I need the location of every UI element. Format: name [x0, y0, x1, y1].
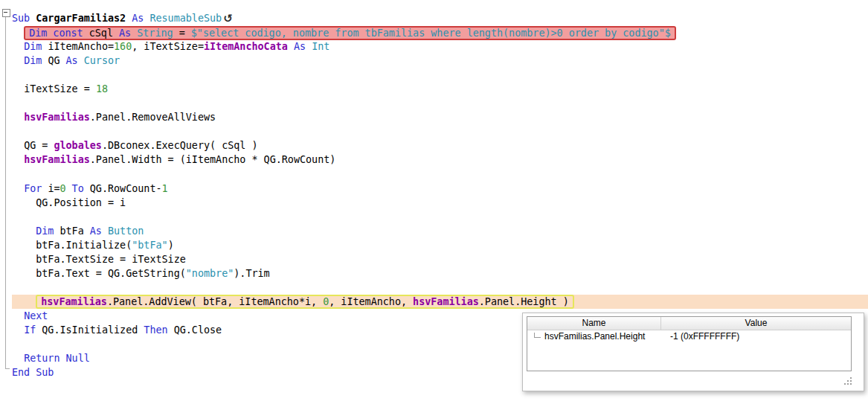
code-token: If — [24, 324, 42, 336]
watch-popup: Name Value hsvFamilias.Panel.Height-1 (0… — [522, 313, 864, 391]
code-token: globales — [54, 140, 102, 151]
fold-guide-end — [5, 368, 10, 369]
column-header-name[interactable]: Name — [527, 317, 661, 330]
code-token: Int — [312, 41, 329, 52]
code-token: QG.RowCount- — [90, 183, 162, 194]
watch-table-header: Name Value — [527, 317, 851, 330]
code-token: As — [84, 225, 108, 237]
code-line[interactable]: hsvFamilias.Panel.AddView( btFa, iItemAn… — [12, 295, 868, 309]
code-line[interactable]: Dim btFa As Button — [12, 224, 868, 238]
fold-collapse-icon[interactable] — [2, 9, 10, 17]
code-token: Dim const — [29, 28, 89, 39]
code-token: As — [113, 28, 137, 39]
code-token: CargarFamilias2 — [36, 13, 126, 24]
code-token: ) — [168, 240, 174, 251]
code-token: As — [60, 55, 84, 66]
code-token: 18 — [96, 83, 108, 95]
code-line[interactable] — [12, 281, 868, 295]
code-token: Then — [138, 324, 173, 336]
code-token: .Panel.AddView( btFa, iItemAncho*i, — [107, 296, 323, 307]
code-token: iItemAnchoCata — [204, 41, 288, 52]
code-line[interactable]: btFa.Initialize("btFa") — [12, 238, 868, 252]
code-token: Dim — [36, 225, 60, 237]
code-token: As — [126, 13, 150, 24]
code-token: ).Trim — [234, 268, 269, 279]
code-token: i= — [48, 183, 60, 194]
code-token: btFa.Initialize( — [36, 240, 132, 251]
code-line[interactable]: QG.Position = i — [12, 196, 868, 210]
code-line[interactable]: hsvFamilias.Panel.Width = (iItemAncho * … — [12, 153, 868, 167]
code-token: 160 — [114, 41, 132, 52]
error-highlight-box: Dim const cSql As String = $"select codi… — [24, 26, 676, 40]
code-line[interactable]: QG = globales.DBconex.ExecQuery( cSql ) — [12, 138, 868, 153]
code-token: For — [24, 183, 48, 194]
code-line[interactable]: btFa.Text = QG.GetString("nombre").Trim — [12, 266, 868, 281]
code-token: cSql — [89, 28, 113, 39]
code-line[interactable] — [12, 210, 868, 224]
code-token: iTextSize = — [24, 83, 96, 95]
code-line[interactable] — [12, 124, 868, 138]
watch-row-name: hsvFamilias.Panel.Height — [527, 330, 666, 343]
code-token: .Panel.RemoveAllViews — [90, 112, 216, 123]
code-line[interactable]: iTextSize = 18 — [12, 82, 868, 96]
code-token: btFa.Text = QG.GetString( — [36, 268, 186, 279]
code-line[interactable]: btFa.TextSize = iTextSize — [12, 252, 868, 266]
code-token: btFa.TextSize = iTextSize — [36, 254, 186, 265]
code-token: = — [173, 28, 191, 39]
code-line[interactable]: Dim iItemAncho=160, iTextSize=iItemAncho… — [12, 39, 868, 54]
code-line[interactable]: hsvFamilias.Panel.RemoveAllViews — [12, 110, 868, 124]
code-token: Return Null — [24, 353, 90, 364]
code-line[interactable] — [12, 167, 868, 182]
code-token: End Sub — [12, 367, 54, 378]
code-token: As — [288, 41, 312, 52]
resumable-sub-icon: ↺ — [223, 12, 233, 25]
code-line[interactable]: For i=0 To QG.RowCount-1 — [12, 182, 868, 196]
column-header-value[interactable]: Value — [661, 317, 851, 330]
tree-branch-icon — [534, 333, 541, 338]
code-token: QG — [48, 55, 60, 66]
code-line[interactable]: Dim QG As Cursor — [12, 54, 868, 68]
code-token: Next — [24, 310, 48, 321]
watch-rows: hsvFamilias.Panel.Height-1 (0xFFFFFFFF) — [527, 330, 851, 343]
code-token: hsvFamilias — [24, 112, 90, 123]
resize-grip-icon[interactable] — [850, 383, 852, 385]
code-line[interactable]: Sub CargarFamilias2 As ResumableSub↺ — [12, 11, 868, 25]
code-token: QG = — [24, 140, 54, 151]
current-statement-box: hsvFamilias.Panel.AddView( btFa, iItemAn… — [36, 295, 573, 309]
code-token: iItemAncho= — [48, 41, 114, 52]
code-token: btFa — [60, 225, 84, 237]
code-token: hsvFamilias — [413, 296, 479, 307]
code-line[interactable]: Dim const cSql As String = $"select codi… — [12, 25, 868, 39]
code-token: , iItemAncho, — [329, 296, 413, 307]
code-token: hsvFamilias — [24, 154, 90, 165]
code-token: Dim — [24, 41, 48, 52]
code-editor: Sub CargarFamilias2 As ResumableSub↺ Dim… — [0, 0, 868, 410]
code-token: "nombre" — [186, 268, 234, 279]
watch-row-value: -1 (0xFFFFFFFF) — [666, 330, 851, 343]
code-token: 0 — [60, 183, 66, 194]
code-token: , iTextSize= — [132, 41, 204, 52]
code-line[interactable] — [12, 96, 868, 110]
code-token: hsvFamilias — [41, 296, 107, 307]
watch-row[interactable]: hsvFamilias.Panel.Height-1 (0xFFFFFFFF) — [527, 330, 851, 343]
code-token: Sub — [12, 13, 36, 24]
code-token: QG.Close — [174, 324, 222, 336]
watch-table: Name Value hsvFamilias.Panel.Height-1 (0… — [527, 316, 852, 371]
code-token: QG.IsInitialized — [42, 324, 138, 336]
code-token: To — [66, 183, 90, 194]
code-token: QG.Position = i — [36, 197, 126, 208]
code-token: .Panel.Width = (iItemAncho * QG.RowCount… — [90, 154, 336, 165]
code-token: "btFa" — [132, 240, 167, 251]
code-token: String — [137, 28, 173, 39]
fold-guide-line — [5, 16, 6, 368]
code-token: Button — [108, 225, 144, 237]
code-token: 1 — [162, 183, 168, 194]
code-token: Dim — [24, 55, 48, 66]
code-token: Cursor — [84, 55, 120, 66]
code-token: .DBconex.ExecQuery( cSql ) — [102, 140, 258, 151]
code-token: .Panel.Height ) — [479, 296, 569, 307]
code-line[interactable] — [12, 68, 868, 82]
code-token: $"select codigo, nombre from tbFamilias … — [191, 28, 671, 39]
code-token: ResumableSub — [150, 13, 222, 24]
